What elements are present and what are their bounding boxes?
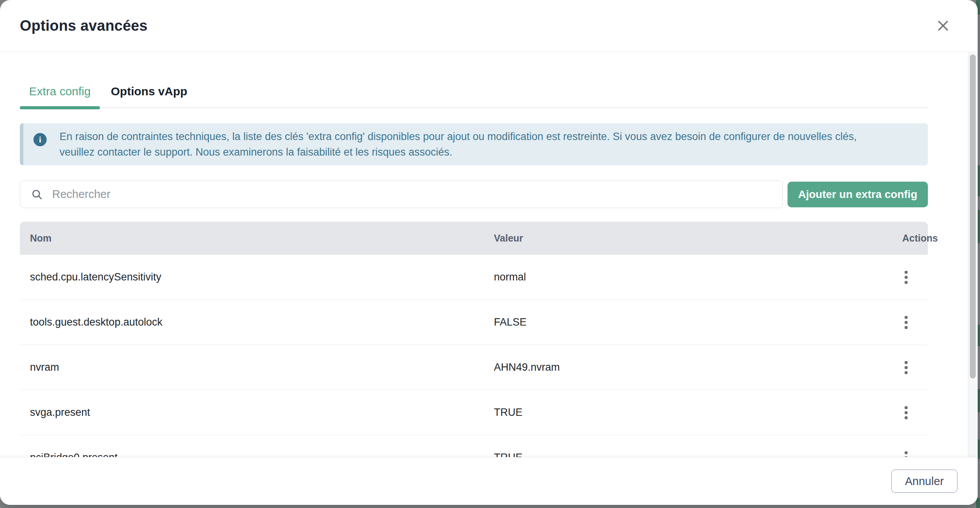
config-value: normal bbox=[494, 271, 902, 283]
search-input[interactable] bbox=[51, 187, 773, 201]
dialog-header: Options avancées bbox=[0, 0, 978, 52]
tab-bar: Extra config Options vApp bbox=[20, 85, 928, 108]
column-header-actions: Actions bbox=[902, 233, 938, 244]
kebab-dot bbox=[905, 316, 908, 319]
row-actions-menu-button[interactable] bbox=[902, 268, 910, 286]
kebab-dot bbox=[905, 371, 908, 374]
kebab-dot bbox=[905, 406, 908, 409]
dialog-body: Extra config Options vApp i En raison de… bbox=[0, 52, 978, 505]
kebab-dot bbox=[905, 271, 908, 274]
table-body: sched.cpu.latencySensitivity normal tool… bbox=[20, 255, 928, 480]
table-row: svga.present TRUE bbox=[20, 390, 928, 435]
config-value: AHN49.nvram bbox=[494, 361, 902, 373]
close-icon bbox=[937, 20, 949, 32]
tab-options-vapp-label: Options vApp bbox=[111, 85, 187, 98]
table-toolbar: Ajouter un extra config bbox=[20, 180, 928, 208]
config-key: nvram bbox=[30, 361, 494, 373]
kebab-dot bbox=[905, 411, 908, 414]
table-header: Nom Valeur Actions bbox=[20, 222, 928, 255]
background-page-fragment bbox=[976, 498, 980, 508]
cancel-button[interactable]: Annuler bbox=[891, 469, 957, 493]
add-extra-config-button[interactable]: Ajouter un extra config bbox=[788, 182, 928, 207]
column-header-nom: Nom bbox=[30, 233, 494, 244]
kebab-dot bbox=[905, 321, 908, 324]
kebab-dot bbox=[905, 326, 908, 329]
kebab-dot bbox=[905, 416, 908, 419]
row-actions-menu-button[interactable] bbox=[902, 404, 910, 422]
row-actions-menu-button[interactable] bbox=[902, 359, 910, 377]
config-key: tools.guest.desktop.autolock bbox=[30, 316, 494, 328]
config-key: sched.cpu.latencySensitivity bbox=[30, 271, 494, 283]
table-row: nvram AHN49.nvram bbox=[20, 345, 928, 390]
search-box[interactable] bbox=[20, 180, 783, 208]
info-icon: i bbox=[33, 133, 47, 146]
kebab-dot bbox=[905, 281, 908, 284]
search-icon bbox=[31, 189, 43, 200]
config-value: FALSE bbox=[494, 316, 902, 328]
info-banner: i En raison de contraintes techniques, l… bbox=[20, 123, 928, 165]
tab-extra-config[interactable]: Extra config bbox=[20, 85, 100, 107]
kebab-dot bbox=[905, 276, 908, 279]
kebab-dot bbox=[905, 451, 908, 454]
dialog-footer: Annuler bbox=[0, 457, 978, 505]
config-value: TRUE bbox=[494, 406, 902, 419]
info-banner-line-2: veuillez contacter le support. Nous exam… bbox=[60, 144, 857, 160]
close-button[interactable] bbox=[934, 17, 952, 34]
kebab-dot bbox=[905, 361, 908, 364]
dialog-title: Options avancées bbox=[20, 18, 147, 34]
scrollbar-thumb[interactable] bbox=[970, 54, 976, 378]
tab-options-vapp[interactable]: Options vApp bbox=[111, 85, 187, 107]
advanced-options-dialog: Options avancées Extra config Options vA… bbox=[0, 0, 978, 505]
table-row: tools.guest.desktop.autolock FALSE bbox=[20, 300, 928, 345]
config-key: svga.present bbox=[30, 406, 494, 419]
tab-extra-config-label: Extra config bbox=[29, 85, 91, 98]
row-actions-menu-button[interactable] bbox=[902, 314, 910, 331]
column-header-valeur: Valeur bbox=[494, 233, 902, 244]
dialog-scrollbar[interactable] bbox=[968, 52, 977, 457]
info-banner-text: En raison de contraintes techniques, la … bbox=[60, 129, 857, 160]
table-row: sched.cpu.latencySensitivity normal bbox=[20, 255, 928, 300]
extra-config-table: Nom Valeur Actions sched.cpu.latencySens… bbox=[20, 222, 928, 480]
kebab-dot bbox=[905, 366, 908, 369]
info-banner-line-1: En raison de contraintes techniques, la … bbox=[60, 129, 857, 144]
